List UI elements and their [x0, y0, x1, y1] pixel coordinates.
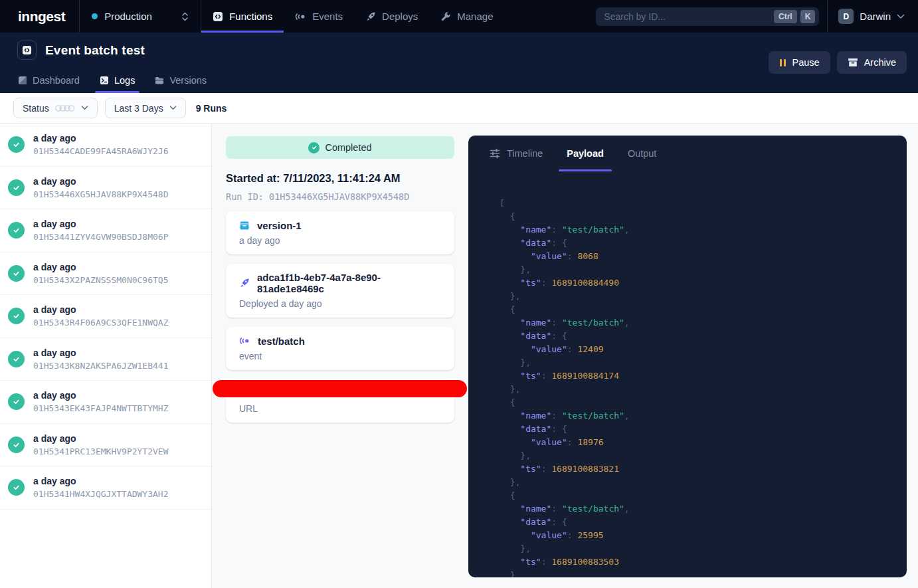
completed-check-icon	[8, 351, 25, 367]
ctrl-key-badge: Ctrl	[774, 10, 797, 23]
deploy-id: adca1f1b-4eb7-4a7a-8e90-81ade1e8469c	[257, 272, 441, 294]
date-range-dropdown[interactable]: Last 3 Days	[105, 98, 186, 118]
tab-label: Timeline	[507, 148, 543, 159]
page-title: Event batch test	[45, 43, 145, 58]
payload-code: [ { "name": "test/batch", "data": { "val…	[468, 171, 907, 577]
chevron-down-icon	[897, 14, 905, 19]
account-name: Darwin	[860, 11, 891, 22]
chevron-down-icon	[169, 106, 177, 110]
search-input[interactable]	[604, 11, 771, 22]
event-icon	[239, 336, 250, 346]
deploy-time: Deployed a day ago	[239, 298, 441, 309]
event-card[interactable]: test/batch event	[226, 327, 454, 370]
run-time: a day ago	[33, 219, 169, 229]
run-time: a day ago	[33, 390, 169, 401]
event-name: test/batch	[258, 336, 305, 347]
search-box[interactable]: Ctrl K	[596, 7, 819, 26]
run-list-item[interactable]: a day ago 01H5343R4F06A9CS3QFE1NWQAZ	[0, 295, 211, 338]
dashboard-icon	[18, 76, 27, 85]
tab-payload[interactable]: Payload	[567, 136, 604, 171]
run-id: 01H5344CADE99FA45RA6WJY2J6	[33, 146, 169, 156]
nav-tab-label: Events	[312, 11, 343, 22]
run-id: 01H5341PRC13EMKHV9P2YT2VEW	[33, 446, 169, 456]
timeline-icon	[490, 148, 500, 159]
nav-tab-deploys[interactable]: Deploys	[354, 0, 429, 33]
run-id: 01H5343K8N2AKSPA6JZW1EB441	[33, 361, 169, 371]
status-filter-label: Status	[23, 103, 49, 114]
run-list-item[interactable]: a day ago 01H5341PRC13EMKHV9P2YT2VEW	[0, 424, 211, 467]
redaction-bar	[213, 380, 467, 397]
filter-bar: Status Last 3 Days 9 Runs	[0, 93, 918, 124]
tab-versions[interactable]: Versions	[155, 75, 207, 93]
pause-button[interactable]: Pause	[769, 51, 830, 74]
run-list-item[interactable]: a day ago 01H5343K8N2AKSPA6JZW1EB441	[0, 338, 211, 381]
rocket-icon	[365, 11, 376, 22]
wrench-icon	[440, 11, 451, 22]
pause-label: Pause	[792, 57, 820, 68]
panel-tabs: Timeline Payload Output	[468, 136, 907, 171]
tab-label: Output	[628, 148, 657, 159]
completed-check-icon	[8, 308, 25, 324]
run-id: 01H53446XG5HJAV88KP9X4548D	[33, 189, 169, 199]
pause-icon	[779, 58, 786, 67]
tab-label: Versions	[169, 75, 207, 86]
run-list-item[interactable]: a day ago 01H5343X2PAZNSSSM0N0C96TQ5	[0, 252, 211, 296]
deploy-card[interactable]: adca1f1b-4eb7-4a7a-8e90-81ade1e8469c Dep…	[226, 264, 454, 318]
run-time: a day ago	[33, 133, 169, 144]
function-header: Event batch test Dashboard Logs Versions	[0, 33, 918, 93]
url-label: URL	[239, 403, 441, 414]
inngest-logo: inngest	[18, 9, 65, 25]
tab-dashboard[interactable]: Dashboard	[18, 75, 80, 93]
run-time: a day ago	[33, 262, 169, 272]
nav-tab-events[interactable]: Events	[284, 0, 354, 33]
rocket-icon	[239, 278, 250, 288]
top-navbar: inngest Production Functions Events Depl…	[0, 0, 918, 33]
function-icon	[17, 41, 37, 60]
status-filter-dropdown[interactable]: Status	[13, 98, 98, 118]
tab-output[interactable]: Output	[628, 136, 657, 171]
archive-label: Archive	[864, 57, 896, 68]
runs-count: 9 Runs	[196, 103, 227, 114]
nav-tab-functions[interactable]: Functions	[201, 0, 284, 33]
nav-tabs: Functions Events Deploys Manage	[201, 0, 504, 33]
run-detail-panel: Completed Started at: 7/11/2023, 11:41:2…	[212, 124, 468, 588]
run-id-line: Run ID: 01H53446XG5HJAV88KP9X4548D	[226, 191, 454, 202]
run-id: 01H53441ZYV4GVW90BSDJ8M06P	[33, 232, 169, 242]
content-area: a day ago 01H5344CADE99FA45RA6WJY2J6 a d…	[0, 124, 918, 588]
environment-status-dot	[92, 13, 98, 19]
tab-label: Payload	[567, 148, 604, 159]
completed-check-icon	[8, 265, 25, 282]
account-menu[interactable]: D Darwin	[828, 9, 918, 24]
run-list-item[interactable]: a day ago 01H5344CADE99FA45RA6WJY2J6	[0, 124, 211, 167]
date-range-label: Last 3 Days	[114, 103, 163, 114]
run-list-item[interactable]: a day ago 01H53441ZYV4GVW90BSDJ8M06P	[0, 209, 211, 252]
completed-check-icon	[8, 437, 25, 453]
tab-logs[interactable]: Logs	[100, 75, 135, 93]
archive-button[interactable]: Archive	[837, 51, 907, 74]
k-key-badge: K	[800, 10, 816, 23]
event-type: event	[239, 351, 441, 361]
run-id: 01H5341HW4XJQGJXTTADWY3AH2	[33, 489, 169, 499]
started-at: Started at: 7/11/2023, 11:41:24 AM	[226, 172, 454, 185]
chevron-down-icon	[81, 106, 88, 110]
run-id: 01H5343X2PAZNSSSM0N0C96TQ5	[33, 275, 169, 285]
run-time: a day ago	[33, 304, 169, 315]
run-time: a day ago	[33, 433, 169, 444]
version-name: version-1	[257, 220, 302, 231]
completed-check-icon	[308, 142, 320, 153]
function-tabs: Dashboard Logs Versions	[18, 75, 207, 93]
run-time: a day ago	[33, 176, 169, 187]
run-list-item[interactable]: a day ago 01H5341HW4XJQGJXTTADWY3AH2	[0, 466, 211, 510]
run-id: 01H5343EK43FAJP4NWTTBTYMHZ	[33, 403, 169, 413]
version-time: a day ago	[239, 235, 441, 246]
functions-icon	[213, 11, 223, 22]
run-list-item[interactable]: a day ago 01H53446XG5HJAV88KP9X4548D	[0, 167, 211, 210]
run-output-panel: Timeline Payload Output [ { "name": "tes…	[468, 136, 907, 577]
version-card[interactable]: version-1 a day ago	[226, 211, 454, 254]
nav-tab-manage[interactable]: Manage	[429, 0, 504, 33]
tab-timeline[interactable]: Timeline	[490, 136, 543, 171]
chevron-updown-icon	[181, 11, 189, 22]
run-list-item[interactable]: a day ago 01H5343EK43FAJP4NWTTBTYMHZ	[0, 381, 211, 424]
avatar: D	[838, 9, 854, 24]
environment-selector[interactable]: Production	[80, 0, 201, 33]
